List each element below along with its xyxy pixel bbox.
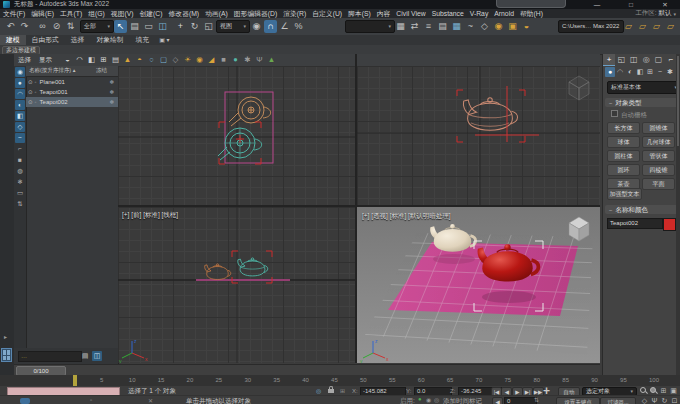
frozen-dot-icon[interactable]: ❄ bbox=[109, 79, 114, 85]
cat-cameras-icon[interactable]: ◧ bbox=[635, 67, 645, 77]
wirecolor-swatch[interactable] bbox=[663, 218, 676, 231]
point-light-icon[interactable]: ◉ bbox=[194, 55, 205, 65]
tab-motion-icon[interactable]: ◎ bbox=[640, 54, 652, 66]
schematic-view-icon[interactable]: ◇ bbox=[478, 20, 491, 33]
window-crossing-icon[interactable]: ◫ bbox=[156, 20, 169, 33]
menu-item-9[interactable]: 渲染(R) bbox=[280, 9, 309, 18]
move-icon[interactable]: + bbox=[174, 20, 187, 33]
named-selection-sets-dropdown[interactable]: ▾ bbox=[345, 20, 395, 33]
transform-gizmo[interactable] bbox=[475, 86, 539, 142]
primitive-button-2[interactable]: 球体 bbox=[607, 136, 640, 148]
filter-containers-icon[interactable]: ■ bbox=[15, 155, 25, 165]
coin-icon[interactable]: ◉ bbox=[426, 396, 431, 403]
zoom-extents-all-icon[interactable]: ▣ bbox=[669, 387, 678, 395]
open-folder-icon[interactable]: ▱ bbox=[664, 20, 677, 33]
explorer-column-headers[interactable]: 名称(按升序排序) ▴ 冻结 bbox=[26, 66, 118, 77]
add-time-tag[interactable]: 添加时间标记 bbox=[443, 397, 482, 404]
current-frame-marker[interactable] bbox=[73, 375, 77, 386]
spot-light-icon[interactable]: ◢ bbox=[206, 55, 217, 65]
isolate-selection-icon[interactable]: ◎ bbox=[316, 387, 321, 394]
zoom-icon[interactable] bbox=[640, 387, 648, 395]
redo-icon[interactable]: ↷ bbox=[18, 20, 31, 33]
bulb-icon[interactable]: ○ bbox=[146, 55, 157, 65]
monitor-icon[interactable]: ▢ bbox=[158, 55, 169, 65]
maximize-viewport-icon[interactable]: ⊡ bbox=[670, 397, 679, 404]
frame-spinner-icon[interactable]: ⇅ bbox=[534, 396, 539, 403]
gear-icon[interactable]: ✱ bbox=[242, 55, 253, 65]
box-icon[interactable]: ■ bbox=[218, 55, 229, 65]
viewport-front[interactable]: [+] [前] [标准] [线框] bbox=[118, 207, 355, 363]
teapot002-front-wire[interactable] bbox=[238, 258, 268, 276]
key-filters-button[interactable]: 过滤器... bbox=[600, 397, 636, 404]
menu-item-16[interactable]: Arnold bbox=[491, 9, 517, 18]
ribbon-tab-2[interactable]: 选择 bbox=[65, 35, 91, 45]
cat-lights-icon[interactable]: ◐ bbox=[625, 67, 635, 77]
workspace-selector[interactable]: 工作区: 默认 ▾ bbox=[635, 9, 676, 18]
flyout-arrow-icon[interactable]: ▸ bbox=[4, 333, 7, 340]
sphere-icon[interactable]: ● bbox=[230, 55, 241, 65]
cat-shapes-icon[interactable]: ◠ bbox=[615, 67, 625, 77]
viewcube-wire[interactable] bbox=[569, 76, 589, 100]
explorer-mode-icon[interactable]: ◫ bbox=[92, 351, 102, 361]
viewport-layout-tab[interactable] bbox=[1, 348, 12, 362]
maxscript-icon[interactable] bbox=[20, 398, 30, 404]
helper-icon[interactable]: ◇ bbox=[170, 55, 181, 65]
prev-key-icon[interactable]: ◀ bbox=[492, 397, 503, 404]
minimize-button[interactable]: — bbox=[586, 0, 608, 9]
menu-item-13[interactable]: Civil View bbox=[393, 9, 428, 18]
select-link-icon[interactable]: ∞ bbox=[36, 20, 49, 33]
filter-hidden-icon[interactable]: ▭ bbox=[15, 188, 25, 198]
display-clapper-icon[interactable]: ▤ bbox=[110, 55, 121, 65]
menu-item-0[interactable]: 文件(F) bbox=[0, 9, 28, 18]
plane001-wire[interactable] bbox=[225, 92, 273, 163]
tab-hierarchy-icon[interactable]: ◫ bbox=[628, 54, 640, 66]
menu-item-1[interactable]: 编辑(E) bbox=[28, 9, 57, 18]
tab-modify-icon[interactable]: ◱ bbox=[615, 54, 627, 66]
primitive-button-7[interactable]: 四棱锥 bbox=[642, 164, 675, 176]
frozen-dot-icon[interactable]: ❄ bbox=[109, 99, 114, 105]
maximize-button[interactable]: □ bbox=[620, 0, 642, 9]
explorer-search-field[interactable]: … bbox=[18, 351, 82, 362]
filter-geometry-icon[interactable]: ● bbox=[15, 78, 25, 88]
viewport-perspective[interactable]: xyz [+] [透视] [标准] [默认明暗处理] bbox=[357, 207, 600, 363]
sort-order-icon[interactable]: ⇅ bbox=[15, 199, 25, 209]
max-logo-icon[interactable] bbox=[3, 1, 10, 8]
selection-lock-icon[interactable] bbox=[328, 389, 334, 393]
cat-geometry-icon[interactable]: ● bbox=[605, 67, 615, 77]
tab-display-icon[interactable]: ▢ bbox=[652, 54, 664, 66]
display-grid-icon[interactable]: ⊞ bbox=[98, 55, 109, 65]
project-folder-dropdown[interactable]: C:\Users… Max 2022▾ bbox=[558, 20, 624, 33]
filter-all-icon[interactable]: ◉ bbox=[15, 67, 25, 77]
render-icon[interactable]: ◒ bbox=[520, 20, 533, 33]
filter-shapes-icon[interactable]: ◠ bbox=[15, 89, 25, 99]
ribbon-tab-3[interactable]: 对象绘制 bbox=[90, 35, 129, 45]
pivot-center-icon[interactable]: ◉ bbox=[250, 20, 263, 33]
explorer-row-Teapot002[interactable]: ⊙◦Teapot002❄ bbox=[26, 97, 118, 107]
rect-region-icon[interactable]: ▭ bbox=[142, 20, 155, 33]
primitive-button-3[interactable]: 几何球体 bbox=[642, 136, 675, 148]
menu-item-6[interactable]: 修改器(M) bbox=[166, 9, 203, 18]
ribbon-toggle-icon[interactable]: ▦ bbox=[450, 20, 463, 33]
object-name-field[interactable]: Teapot002 bbox=[607, 218, 663, 229]
cat-systems-icon[interactable]: ✱ bbox=[665, 67, 675, 77]
light-dome-icon[interactable]: ◓ bbox=[134, 55, 145, 65]
menu-item-11[interactable]: 脚本(S) bbox=[345, 9, 374, 18]
explorer-row-Teapot001[interactable]: ⊙◦Teapot001❄ bbox=[26, 87, 118, 97]
zoom-extents-icon[interactable]: ⊞ bbox=[659, 387, 668, 395]
bind-spacewarp-icon[interactable]: ⇅ bbox=[64, 20, 77, 33]
orbit-icon[interactable]: ↻ bbox=[660, 397, 669, 404]
ribbon-tab-0[interactable]: 建模 bbox=[0, 35, 26, 45]
explorer-menu-select[interactable]: 选择 bbox=[14, 56, 35, 65]
save-folder-icon[interactable]: ▱ bbox=[650, 20, 663, 33]
object-type-rollout[interactable]: −对象类型 bbox=[605, 98, 679, 107]
filter-lights-icon[interactable]: ◐ bbox=[15, 100, 25, 110]
display-camera-icon[interactable]: ◧ bbox=[86, 55, 97, 65]
sun-icon[interactable]: ☀ bbox=[182, 55, 193, 65]
cat-helpers-icon[interactable]: ⊞ bbox=[645, 67, 655, 77]
undo-icon[interactable]: ↶ bbox=[4, 20, 17, 33]
snap-toggle-icon[interactable]: ∩ bbox=[264, 20, 277, 33]
viewport-perspective-label[interactable]: [+] [透视] [标准] [默认明暗处理] bbox=[362, 212, 451, 221]
frozen-dot-icon[interactable]: ❄ bbox=[109, 89, 114, 95]
named-sets-icon[interactable]: ▦ bbox=[394, 20, 407, 33]
tab-create-icon[interactable]: + bbox=[603, 54, 615, 66]
